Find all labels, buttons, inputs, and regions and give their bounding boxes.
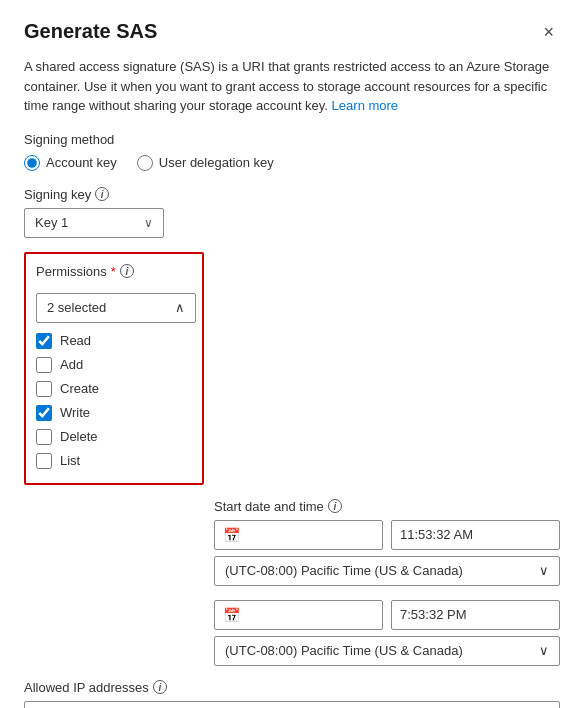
write-checkbox[interactable]	[36, 405, 52, 421]
description-text: A shared access signature (SAS) is a URI…	[24, 57, 560, 116]
allowed-ip-group: Allowed IP addresses i	[24, 680, 560, 709]
add-checkbox[interactable]	[36, 357, 52, 373]
expiry-date-calendar-icon: 📅	[223, 607, 240, 623]
expiry-tz-chevron-icon: ∨	[539, 643, 549, 658]
delete-checkbox[interactable]	[36, 429, 52, 445]
permission-add[interactable]: Add	[36, 357, 192, 373]
permissions-header: Permissions * i	[36, 264, 192, 285]
dialog-header: Generate SAS ×	[24, 20, 560, 43]
account-key-option[interactable]: Account key	[24, 155, 117, 171]
permissions-required-marker: *	[111, 264, 116, 279]
learn-more-link[interactable]: Learn more	[332, 98, 398, 113]
start-time-input[interactable]: 11:53:32 AM	[391, 520, 560, 550]
permission-create[interactable]: Create	[36, 381, 192, 397]
signing-key-chevron-icon: ∨	[144, 216, 153, 230]
read-checkbox[interactable]	[36, 333, 52, 349]
expiry-date-group: 📅 7:53:32 PM (UTC-08:00) Pacific Time (U…	[214, 600, 560, 666]
permissions-checkbox-list: Read Add Create Write Delete	[36, 329, 192, 473]
dialog-title: Generate SAS	[24, 20, 157, 43]
user-delegation-key-option[interactable]: User delegation key	[137, 155, 274, 171]
start-timezone-select[interactable]: (UTC-08:00) Pacific Time (US & Canada) ∨	[214, 556, 560, 586]
signing-key-group: Signing key i Key 1 ∨	[24, 187, 560, 238]
allowed-ip-info-icon: i	[153, 680, 167, 694]
permission-delete[interactable]: Delete	[36, 429, 192, 445]
expiry-timezone-select[interactable]: (UTC-08:00) Pacific Time (US & Canada) ∨	[214, 636, 560, 666]
allowed-ip-label: Allowed IP addresses i	[24, 680, 560, 695]
signing-method-radio-group: Account key User delegation key	[24, 155, 560, 171]
create-checkbox[interactable]	[36, 381, 52, 397]
start-date-info-icon: i	[328, 499, 342, 513]
permission-write[interactable]: Write	[36, 405, 192, 421]
permissions-info-icon: i	[120, 264, 134, 278]
generate-sas-dialog: Generate SAS × A shared access signature…	[0, 0, 584, 708]
start-date-calendar-icon: 📅	[223, 527, 240, 543]
permissions-dropdown[interactable]: 2 selected ∧	[36, 293, 196, 323]
start-date-group: Start date and time i 📅 11:53:32 AM (UTC…	[214, 499, 560, 586]
start-tz-chevron-icon: ∨	[539, 563, 549, 578]
signing-key-info-icon: i	[95, 187, 109, 201]
user-delegation-key-label: User delegation key	[159, 155, 274, 170]
user-delegation-key-radio[interactable]	[137, 155, 153, 171]
signing-key-select[interactable]: Key 1 ∨	[24, 208, 164, 238]
account-key-radio[interactable]	[24, 155, 40, 171]
start-date-input[interactable]: 📅	[214, 520, 383, 550]
signing-method-label: Signing method	[24, 132, 560, 147]
date-time-area: Start date and time i 📅 11:53:32 AM (UTC…	[24, 499, 560, 666]
allowed-ip-input[interactable]	[24, 701, 560, 709]
start-date-label: Start date and time i	[214, 499, 560, 514]
expiry-date-input[interactable]: 📅	[214, 600, 383, 630]
middle-section: Permissions * i 2 selected ∧ Read Add	[24, 252, 560, 666]
permissions-chevron-up-icon: ∧	[175, 300, 185, 315]
permission-list[interactable]: List	[36, 453, 192, 469]
account-key-label: Account key	[46, 155, 117, 170]
permissions-section: Permissions * i 2 selected ∧ Read Add	[24, 252, 204, 485]
close-button[interactable]: ×	[537, 21, 560, 43]
expiry-time-input[interactable]: 7:53:32 PM	[391, 600, 560, 630]
list-checkbox[interactable]	[36, 453, 52, 469]
signing-key-label: Signing key i	[24, 187, 560, 202]
permission-read[interactable]: Read	[36, 333, 192, 349]
signing-method-group: Signing method Account key User delegati…	[24, 132, 560, 171]
